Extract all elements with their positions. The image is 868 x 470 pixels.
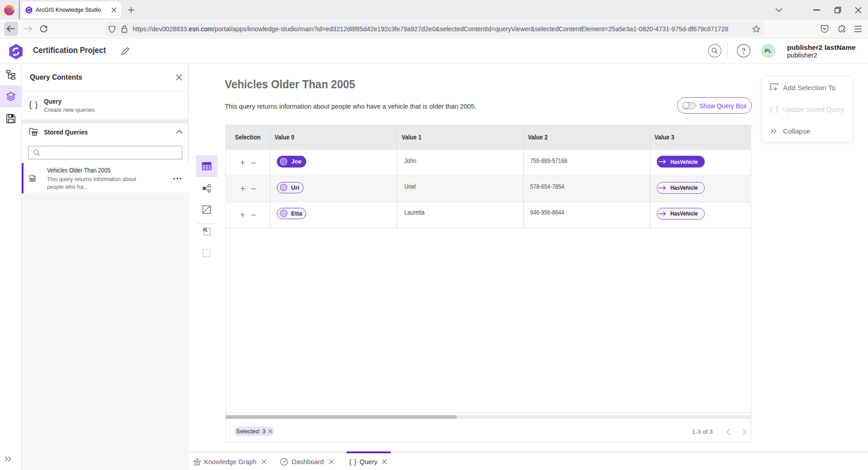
- svg-text:?: ?: [742, 47, 745, 54]
